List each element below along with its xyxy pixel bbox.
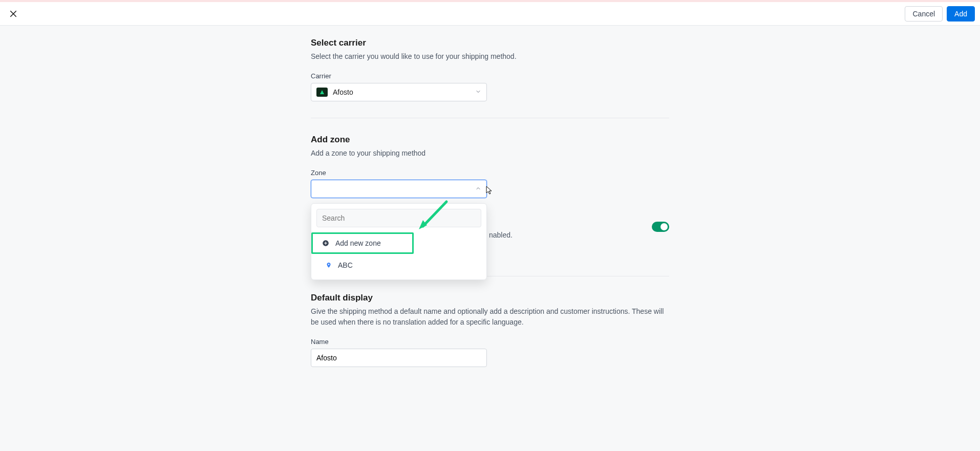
zone-title: Add zone: [311, 135, 669, 145]
mouse-cursor-icon: [486, 186, 493, 195]
modal-header: Cancel Add: [0, 2, 980, 26]
enabled-description-fragment: nabled.: [489, 231, 513, 239]
add-button[interactable]: Add: [947, 6, 975, 22]
location-pin-icon: [326, 262, 332, 269]
chevron-down-icon: [475, 88, 481, 96]
add-new-zone-option[interactable]: Add new zone: [311, 232, 414, 254]
cancel-button[interactable]: Cancel: [905, 6, 943, 22]
zone-label: Zone: [311, 169, 669, 177]
zone-option[interactable]: ABC: [316, 256, 481, 274]
carrier-section: Select carrier Select the carrier you wo…: [311, 38, 669, 118]
afosto-logo-icon: [316, 88, 328, 97]
close-icon: [9, 9, 18, 18]
close-button[interactable]: [5, 6, 22, 22]
zone-select-wrapper: Add new zone ABC: [311, 180, 669, 198]
zone-option-label: ABC: [338, 261, 353, 269]
zone-select[interactable]: [311, 180, 487, 198]
zone-search-input[interactable]: [316, 209, 481, 227]
zone-section: Add zone Add a zone to your shipping met…: [311, 135, 669, 214]
section-divider: [311, 118, 669, 118]
default-display-title: Default display: [311, 293, 669, 303]
default-display-section: Default display Give the shipping method…: [311, 293, 669, 383]
name-label: Name: [311, 338, 669, 346]
default-display-description: Give the shipping method a default name …: [311, 306, 669, 328]
header-actions: Cancel Add: [905, 6, 975, 22]
chevron-up-icon: [475, 185, 481, 193]
add-new-zone-label: Add new zone: [335, 239, 381, 247]
plus-circle-icon: [322, 240, 329, 247]
zone-description: Add a zone to your shipping method: [311, 148, 669, 159]
form-content: Select carrier Select the carrier you wo…: [311, 26, 669, 383]
zone-dropdown-panel: Add new zone ABC: [311, 203, 487, 280]
name-input[interactable]: [311, 349, 487, 367]
enabled-toggle[interactable]: [652, 222, 669, 232]
carrier-title: Select carrier: [311, 38, 669, 48]
svg-point-5: [328, 264, 330, 265]
carrier-selected-value: Afosto: [333, 88, 353, 96]
carrier-description: Select the carrier you would like to use…: [311, 51, 669, 62]
page-body: Select carrier Select the carrier you wo…: [0, 26, 980, 451]
carrier-select[interactable]: Afosto: [311, 83, 487, 101]
carrier-label: Carrier: [311, 72, 669, 80]
